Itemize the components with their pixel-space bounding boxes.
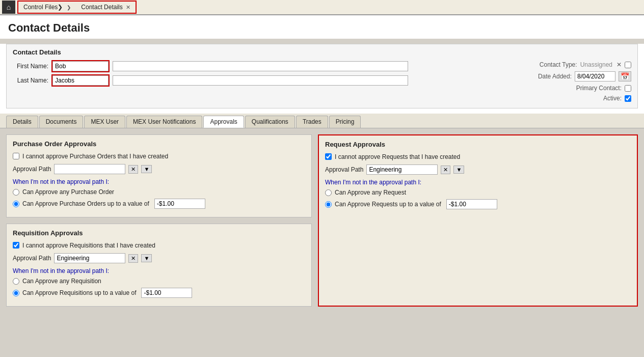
po-path-clear-button[interactable]: ✕ bbox=[128, 165, 138, 174]
home-icon: ⌂ bbox=[7, 3, 11, 11]
req-approval-path-label: Approval Path bbox=[13, 255, 51, 262]
tab-details[interactable]: Details bbox=[6, 116, 38, 128]
contact-type-label: Contact Type: bbox=[540, 61, 577, 68]
tabs-bar: Details Documents MEX User MEX User Noti… bbox=[0, 114, 644, 128]
active-row: Active: bbox=[603, 95, 631, 102]
active-label: Active: bbox=[603, 95, 622, 102]
po-value-input[interactable] bbox=[154, 199, 205, 209]
last-name-input[interactable] bbox=[52, 75, 109, 86]
po-approvals-panel: Purchase Order Approvals I cannot approv… bbox=[6, 134, 312, 217]
po-radio2-row: Can Approve Purchase Orders up to a valu… bbox=[13, 199, 305, 209]
request-approval-path-label: Approval Path bbox=[325, 166, 363, 173]
contact-details-section: Contact Details First Name: Last Name: bbox=[6, 44, 638, 108]
contact-type-checkbox[interactable] bbox=[625, 62, 631, 68]
request-value-input[interactable] bbox=[446, 199, 497, 209]
last-name-extra-input[interactable] bbox=[113, 75, 408, 86]
breadcrumb-contact-details[interactable]: Contact Details ✕ bbox=[76, 2, 135, 13]
primary-contact-checkbox[interactable] bbox=[625, 85, 631, 92]
req-path-clear-button[interactable]: ✕ bbox=[128, 254, 138, 263]
req-cannot-approve-checkbox[interactable] bbox=[13, 242, 19, 249]
last-name-wrap bbox=[51, 74, 110, 87]
tab-mex-user[interactable]: MEX User bbox=[84, 116, 125, 128]
po-radio2-label: Can Approve Purchase Orders up to a valu… bbox=[22, 200, 149, 207]
req-approval-path-row: Approval Path ✕ ▼ bbox=[13, 253, 305, 263]
first-name-row: First Name: bbox=[13, 60, 519, 72]
breadcrumb-label: Contact Details bbox=[81, 4, 122, 11]
last-name-label: Last Name: bbox=[13, 77, 48, 84]
date-added-label: Date Added: bbox=[538, 73, 572, 80]
section-title: Contact Details bbox=[13, 48, 631, 56]
request-when-label: When I'm not in the approval path I: bbox=[325, 179, 631, 186]
req-radio1[interactable] bbox=[13, 278, 19, 285]
request-approvals-panel: Request Approvals I cannot approve Reque… bbox=[318, 134, 638, 307]
po-approval-path-input[interactable] bbox=[54, 164, 125, 174]
contact-type-value: Unassigned bbox=[580, 61, 612, 68]
request-radio1[interactable] bbox=[325, 189, 332, 196]
req-path-dropdown-button[interactable]: ▼ bbox=[141, 254, 152, 262]
date-added-input[interactable] bbox=[575, 71, 615, 81]
po-radio1-label: Can Approve any Purchase Order bbox=[22, 188, 114, 196]
date-added-row: Date Added: 📅 bbox=[538, 71, 631, 81]
calendar-icon[interactable]: 📅 bbox=[619, 71, 631, 81]
po-radio1[interactable] bbox=[13, 189, 19, 196]
po-when-label: When I'm not in the approval path I: bbox=[13, 178, 305, 185]
contact-right: Contact Type: Unassigned ✕ Date Added: 📅… bbox=[519, 60, 631, 102]
req-radio2-row: Can Approve Requisitions up to a value o… bbox=[13, 288, 305, 298]
req-radio2[interactable] bbox=[13, 290, 19, 296]
tab-mex-user-notifications[interactable]: MEX User Notifications bbox=[126, 116, 202, 128]
request-radio2[interactable] bbox=[325, 201, 332, 208]
req-radio1-row: Can Approve any Requisition bbox=[13, 278, 305, 285]
page-title: Contact Details bbox=[0, 15, 644, 39]
contact-type-row: Contact Type: Unassigned ✕ bbox=[540, 61, 631, 68]
po-path-dropdown-button[interactable]: ▼ bbox=[141, 165, 152, 173]
top-nav: ⌂ Control Files ❯ Contact Details ✕ bbox=[0, 0, 644, 15]
req-radio1-label: Can Approve any Requisition bbox=[22, 278, 101, 285]
po-cannot-approve-checkbox[interactable] bbox=[13, 153, 19, 159]
contact-type-clear-button[interactable]: ✕ bbox=[616, 61, 622, 68]
po-cannot-approve-label: I cannot approve Purchase Orders that I … bbox=[22, 153, 168, 160]
po-approval-path-label: Approval Path bbox=[13, 166, 51, 173]
po-radio1-row: Can Approve any Purchase Order bbox=[13, 188, 305, 196]
request-radio1-label: Can Approve any Request bbox=[335, 189, 406, 196]
po-radio2[interactable] bbox=[13, 201, 19, 207]
request-cannot-approve-checkbox[interactable] bbox=[325, 153, 332, 160]
request-approvals-title: Request Approvals bbox=[325, 141, 631, 148]
requisition-approvals-panel: Requisition Approvals I cannot approve R… bbox=[6, 224, 312, 307]
tab-approvals[interactable]: Approvals bbox=[203, 116, 244, 128]
first-name-label: First Name: bbox=[13, 63, 48, 70]
tab-documents[interactable]: Documents bbox=[39, 116, 84, 128]
po-approval-path-row: Approval Path ✕ ▼ bbox=[13, 164, 305, 174]
tab-trades[interactable]: Trades bbox=[296, 116, 328, 128]
breadcrumb-label: Control Files bbox=[23, 4, 58, 11]
req-value-input[interactable] bbox=[141, 288, 192, 298]
req-cannot-approve-row: I cannot approve Requisitions that I hav… bbox=[13, 242, 305, 249]
request-radio2-row: Can Approve Requests up to a value of bbox=[325, 199, 631, 209]
requisition-approvals-title: Requisition Approvals bbox=[13, 229, 305, 237]
primary-contact-row: Primary Contact: bbox=[576, 85, 631, 92]
last-name-row: Last Name: bbox=[13, 74, 519, 87]
po-approvals-title: Purchase Order Approvals bbox=[13, 140, 305, 148]
tab-qualifications[interactable]: Qualifications bbox=[245, 116, 295, 128]
breadcrumb-control-files[interactable]: Control Files ❯ bbox=[18, 2, 76, 13]
req-approval-path-input[interactable] bbox=[54, 253, 125, 263]
request-cannot-approve-label: I cannot approve Requests that I have cr… bbox=[335, 153, 460, 160]
breadcrumb-close-icon[interactable]: ✕ bbox=[126, 4, 130, 11]
active-checkbox[interactable] bbox=[625, 95, 631, 102]
first-name-extra-input[interactable] bbox=[113, 61, 408, 71]
contact-left: First Name: Last Name: bbox=[13, 60, 519, 87]
breadcrumb-tabs: Control Files ❯ Contact Details ✕ bbox=[17, 1, 137, 14]
req-radio2-label: Can Approve Requisitions up to a value o… bbox=[22, 289, 136, 296]
left-panels: Purchase Order Approvals I cannot approv… bbox=[6, 134, 312, 307]
po-cannot-approve-row: I cannot approve Purchase Orders that I … bbox=[13, 153, 305, 160]
main-content: Contact Details First Name: Last Name: bbox=[0, 44, 644, 128]
req-cannot-approve-label: I cannot approve Requisitions that I hav… bbox=[22, 242, 155, 249]
request-path-clear-button[interactable]: ✕ bbox=[441, 166, 450, 174]
home-button[interactable]: ⌂ bbox=[2, 1, 15, 14]
breadcrumb-arrow: ❯ bbox=[58, 4, 63, 11]
request-path-dropdown-button[interactable]: ▼ bbox=[453, 166, 464, 174]
tab-pricing[interactable]: Pricing bbox=[329, 116, 361, 128]
request-approval-path-input[interactable] bbox=[366, 164, 438, 175]
first-name-input[interactable] bbox=[52, 61, 109, 71]
req-approvals-cannot-approve-row: I cannot approve Requests that I have cr… bbox=[325, 153, 631, 160]
first-name-wrap bbox=[51, 60, 110, 72]
